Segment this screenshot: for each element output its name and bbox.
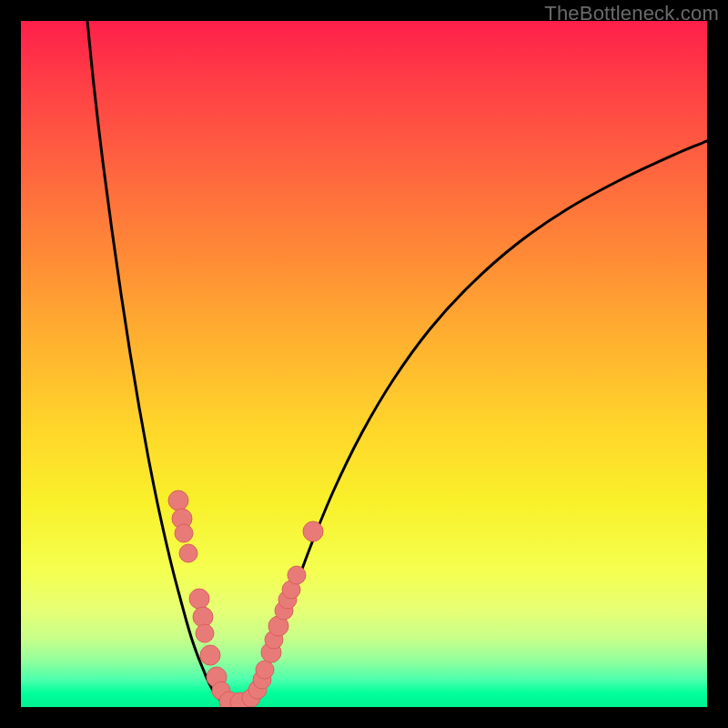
highlight-marker <box>168 490 188 511</box>
highlight-marker <box>200 645 220 665</box>
highlight-marker <box>303 521 323 541</box>
watermark-text: TheBottleneck.com <box>544 2 719 25</box>
highlight-marker <box>288 566 306 584</box>
curve-overlay <box>21 21 707 707</box>
highlight-marker <box>179 544 197 562</box>
chart-plot-area <box>21 21 707 707</box>
highlight-marker <box>189 589 209 609</box>
highlight-marker <box>175 524 193 542</box>
bottleneck-curve <box>87 21 707 705</box>
highlight-marker <box>256 661 274 679</box>
highlight-markers <box>168 490 323 707</box>
highlight-marker <box>196 624 214 642</box>
bottleneck-curve-path <box>87 21 707 705</box>
